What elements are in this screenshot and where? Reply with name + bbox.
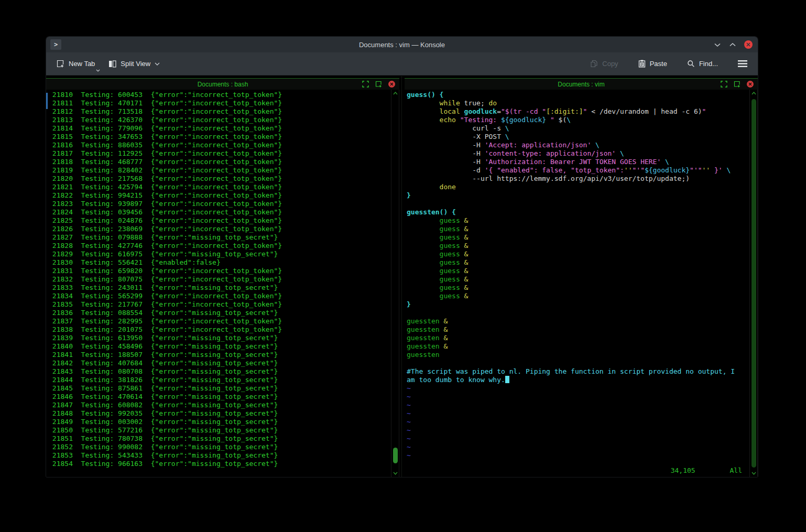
vim-line: } [407, 191, 749, 200]
close-pane-icon[interactable] [388, 81, 395, 88]
vim-line: done [407, 183, 749, 191]
terminal-line: 21845 Testing: 875861 {"error":"missing_… [48, 384, 391, 393]
terminal-line: 21841 Testing: 188507 {"error":"missing_… [48, 351, 391, 359]
terminal-line: 21832 Testing: 807075 {"error":"incorrec… [48, 275, 391, 284]
vim-line: -d '{ "enabled": false, "totp_token":''"… [407, 166, 749, 175]
window-menu-icon[interactable]: > [50, 39, 61, 50]
pane-bash-title: Documents : bash [198, 81, 248, 88]
vim-line: ~ [407, 418, 749, 426]
terminal-line: 21820 Testing: 217568 {"error":"incorrec… [48, 175, 391, 183]
bash-scrollbar-thumb[interactable] [393, 448, 398, 463]
vim-line: ~ [407, 409, 749, 418]
minimize-button[interactable] [714, 42, 721, 47]
terminal-line: 21842 Testing: 407684 {"error":"missing_… [48, 359, 391, 367]
terminal-line: 21850 Testing: 577216 {"error":"missing_… [48, 426, 391, 435]
bash-scrollbar[interactable] [391, 90, 399, 477]
scroll-down-icon[interactable] [750, 472, 757, 475]
vim-line: guessten & [407, 317, 749, 325]
main-toolbar: New Tab Split View [46, 52, 758, 75]
detach-pane-icon[interactable] [734, 81, 740, 88]
vim-line: ~ [407, 443, 749, 451]
find-label: Find... [699, 60, 718, 68]
terminal-line: 21847 Testing: 608082 {"error":"missing_… [48, 401, 391, 409]
vim-line: ~ [407, 426, 749, 435]
new-tab-icon [57, 60, 64, 68]
terminal-line: 21840 Testing: 458496 {"error":"missing_… [48, 342, 391, 351]
pane-vim-header[interactable]: Documents : vim [405, 78, 758, 90]
vim-line: -X POST \ [407, 133, 749, 141]
vim-line: ~ [407, 401, 749, 409]
vim-line: #The script was piped to nl. Piping the … [407, 367, 749, 376]
vim-statusline: 34,105 All [405, 466, 758, 475]
terminal-line: 21812 Testing: 713518 {"error":"incorrec… [48, 107, 391, 116]
find-button[interactable]: Find... [684, 57, 721, 71]
scroll-up-icon[interactable] [750, 92, 757, 95]
terminal-line: 21825 Testing: 024876 {"error":"incorrec… [48, 216, 391, 225]
vim-line [407, 200, 749, 208]
maximize-button[interactable] [729, 42, 736, 47]
vim-line: guess & [407, 233, 749, 242]
terminal-line: 21844 Testing: 381826 {"error":"missing_… [48, 376, 391, 384]
expand-pane-icon[interactable] [721, 81, 727, 88]
detach-pane-icon[interactable] [375, 81, 382, 88]
vim-scrollbar-thumb[interactable] [751, 99, 756, 468]
close-window-button[interactable] [744, 40, 753, 49]
copy-icon [590, 60, 598, 68]
terminal-line: 21816 Testing: 886035 {"error":"incorrec… [48, 141, 391, 149]
bash-output[interactable]: 21810 Testing: 600453 {"error":"incorrec… [46, 90, 391, 477]
terminal-line: 21835 Testing: 217767 {"error":"incorrec… [48, 300, 391, 309]
terminal-line: 21826 Testing: 238069 {"error":"incorrec… [48, 225, 391, 233]
vim-line: curl -s \ [407, 124, 749, 133]
vim-line: guess() { [407, 91, 749, 99]
vim-line: am too dumb to know why. [407, 376, 749, 384]
window-title: Documents : vim — Konsole [46, 41, 758, 49]
vim-line: echo "Testing: ${goodluck} " $(\ [407, 116, 749, 124]
terminal-line: 21824 Testing: 039456 {"error":"incorrec… [48, 208, 391, 216]
titlebar[interactable]: > Documents : vim — Konsole [46, 37, 758, 52]
split-view-button[interactable]: Split View [105, 57, 163, 71]
terminal-line: 21823 Testing: 939897 {"error":"incorrec… [48, 200, 391, 208]
selection-indicator [46, 93, 48, 109]
terminal-line: 21827 Testing: 079888 {"error":"missing_… [48, 233, 391, 242]
split-divider[interactable] [399, 76, 405, 477]
paste-button[interactable]: Paste [635, 57, 670, 71]
terminal-line: 21839 Testing: 613950 {"error":"missing_… [48, 334, 391, 342]
new-tab-dropdown-icon[interactable] [96, 69, 100, 72]
pane-bash: Documents : bash [46, 76, 399, 477]
terminal-line: 21846 Testing: 470614 {"error":"missing_… [48, 393, 391, 401]
vim-line: ~ [407, 393, 749, 401]
vim-line: guessten & [407, 342, 749, 351]
vim-line: while true; do [407, 99, 749, 107]
pane-bash-header[interactable]: Documents : bash [46, 78, 399, 90]
copy-button[interactable]: Copy [587, 57, 621, 71]
vim-line [407, 309, 749, 317]
vim-line: guess & [407, 292, 749, 300]
hamburger-menu-button[interactable] [735, 57, 750, 70]
paste-icon [638, 60, 646, 68]
vim-buffer[interactable]: guess() { while true; do local goodluck=… [405, 90, 749, 477]
scroll-up-icon[interactable] [391, 92, 399, 95]
expand-pane-icon[interactable] [362, 81, 369, 88]
terminal-line: 21837 Testing: 282995 {"error":"incorrec… [48, 317, 391, 325]
close-pane-icon[interactable] [747, 81, 754, 88]
vim-line: guess & [407, 216, 749, 225]
new-tab-button[interactable]: New Tab [53, 57, 98, 71]
terminal-line: 21849 Testing: 003002 {"error":"missing_… [48, 418, 391, 426]
scroll-down-icon[interactable] [391, 472, 399, 475]
split-view-label: Split View [121, 60, 150, 68]
paste-label: Paste [650, 60, 667, 68]
vim-line: -H 'Accept: application/json' \ [407, 141, 749, 149]
pane-vim-title: Documents : vim [558, 81, 604, 88]
terminal-line: 21838 Testing: 201075 {"error":"incorrec… [48, 325, 391, 334]
konsole-window: > Documents : vim — Konsole New Tab [46, 37, 758, 477]
terminal-line: 21843 Testing: 080708 {"error":"missing_… [48, 367, 391, 376]
terminal-line: 21813 Testing: 426370 {"error":"incorrec… [48, 116, 391, 124]
vim-line: guess & [407, 284, 749, 292]
split-view-chevron-icon [155, 62, 160, 66]
terminal-line: 21848 Testing: 992035 {"error":"missing_… [48, 409, 391, 418]
terminal-line: 21818 Testing: 468777 {"error":"incorrec… [48, 158, 391, 166]
vim-line: -H 'content-type: application/json' \ [407, 149, 749, 158]
vim-scrollbar[interactable] [749, 90, 758, 477]
vim-line: local goodluck="$(tr -cd "[:digit:]" < /… [407, 107, 749, 116]
terminal-line: 21810 Testing: 600453 {"error":"incorrec… [48, 91, 391, 99]
